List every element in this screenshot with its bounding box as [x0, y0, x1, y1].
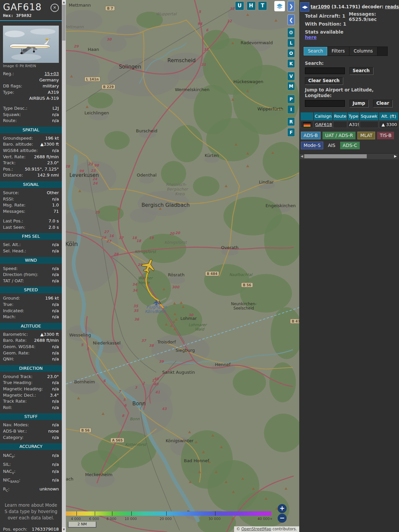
section-header: WIND — [0, 257, 62, 264]
callsign-cell[interactable]: GAF618 — [314, 121, 332, 128]
hotkey-button-k[interactable]: K — [288, 60, 295, 67]
map-button-h[interactable]: H — [247, 2, 255, 10]
column-header-flag[interactable] — [301, 112, 313, 120]
map-button-t[interactable]: T — [258, 2, 267, 10]
layers-button[interactable] — [274, 1, 285, 11]
sidebar-scrollbar[interactable] — [62, 0, 66, 532]
data-row: Type Desc.:L2J — [3, 105, 59, 112]
settings-button[interactable]: ⚙ — [288, 28, 295, 37]
search-input[interactable] — [305, 67, 345, 74]
scroll-left-icon[interactable]: ◀ — [301, 154, 303, 159]
stats-block: Total Aircraft: 1 With Position: 1 Stats… — [299, 9, 399, 43]
column-header-callsign[interactable]: Callsign — [314, 112, 332, 120]
hotkey-button-f[interactable]: F — [288, 128, 295, 136]
data-row: Geom. Rate:n/a — [3, 350, 59, 356]
close-icon[interactable]: ✕ — [51, 4, 59, 12]
column-header-altft[interactable]: Alt. (ft) — [379, 112, 398, 120]
scrollbar-down-icon[interactable]: ▼ — [62, 527, 66, 532]
data-row-value: n/a — [52, 422, 59, 428]
table-horizontal-scrollbar[interactable]: ◀ ▶ — [300, 153, 398, 159]
legend-modes[interactable]: Mode-S — [301, 142, 323, 149]
scrollbar-up-icon[interactable]: ▲ — [62, 0, 66, 5]
legend-ais[interactable]: AIS — [325, 142, 338, 149]
column-header-squawk[interactable]: Squawk — [360, 112, 378, 120]
jump-label: Jump to Airport or Latitude, Longitude: — [305, 87, 381, 98]
road-number: 25 — [95, 210, 100, 214]
data-row-label: Ground: — [3, 295, 20, 302]
data-row: Mach:n/a — [3, 314, 59, 320]
clear-search-button[interactable]: Clear Search — [305, 77, 343, 84]
data-row-value: n/a — [52, 314, 59, 320]
openstreetmap-link[interactable]: OpenStreetMap — [241, 527, 271, 531]
road-number: 98 — [94, 163, 99, 167]
registration-link[interactable]: 15+03 — [45, 71, 59, 77]
scroll-right-icon[interactable]: ▶ — [394, 154, 397, 159]
column-header-route[interactable]: Route — [333, 112, 347, 120]
section-header: DIRECTION — [0, 365, 62, 372]
data-row-value: n/a — [52, 468, 59, 477]
legend-adsb[interactable]: ADS-B — [301, 132, 321, 139]
data-row-label: Ground Track: — [3, 374, 33, 380]
panel-toggle-button[interactable]: ◀▶ — [300, 2, 309, 12]
collapse-panel-button[interactable]: ❮ — [288, 15, 295, 25]
column-header-type[interactable]: Type — [348, 112, 359, 120]
expand-panel-button[interactable]: ❯ — [288, 1, 295, 11]
data-row: Track Rate:n/a — [3, 398, 59, 405]
altitude-legend-label: 4 000 — [71, 517, 81, 521]
map-canvas[interactable]: B 7L 141nB 229B 484B 56B 47B 56A 565 563… — [66, 0, 299, 532]
road-number: 28 — [66, 164, 70, 168]
legend-adsc[interactable]: ADS-C — [340, 142, 360, 149]
road-number: 20 — [175, 231, 181, 235]
svg-text:L 141n: L 141n — [86, 77, 99, 81]
search-button[interactable]: Search — [349, 67, 373, 74]
road-number: 38 — [149, 343, 154, 347]
data-row: NICBARO:n/a — [3, 476, 59, 485]
callsign-link[interactable]: GAF618 — [315, 122, 332, 127]
legend-uat[interactable]: UAT / ADS-R — [323, 132, 356, 139]
road-number: 32 — [227, 19, 232, 23]
road-number: 17 — [119, 236, 124, 240]
data-row: Vert. Rate:2688 ft/min — [3, 154, 59, 160]
map-label: Bonn — [132, 401, 146, 407]
map-label: Sankt Augustin — [162, 370, 195, 375]
peak-icon — [188, 431, 191, 433]
hotkey-button-r[interactable]: R — [288, 118, 295, 126]
zoom-out-button[interactable]: − — [278, 514, 287, 523]
readsb-link[interactable]: readsb — [385, 4, 399, 9]
stats-here-link[interactable]: here — [305, 35, 317, 40]
data-row-label: Messages: — [3, 208, 25, 215]
svg-text:A 565: A 565 — [112, 439, 123, 442]
sidebar-scrollbar-thumb[interactable] — [62, 5, 66, 41]
legend-tisb[interactable]: TIS-B — [377, 132, 394, 139]
hotkey-button-v[interactable]: V — [288, 72, 295, 80]
jump-input[interactable] — [305, 100, 345, 107]
tar1090-link[interactable]: tar1090 — [311, 4, 330, 9]
map-button-u[interactable]: U — [235, 2, 244, 10]
svg-text:B 229: B 229 — [103, 85, 114, 89]
hotkey-button-l[interactable]: L — [288, 39, 295, 47]
data-row: Baro. Rate:2688 ft/min — [3, 337, 59, 344]
tab-columns[interactable]: Columns — [349, 47, 377, 56]
hotkey-button-p[interactable]: P — [288, 95, 295, 103]
data-row-label: Track: — [3, 160, 16, 166]
hotkey-button-i[interactable]: I — [288, 105, 295, 113]
data-row-value: Other — [47, 190, 59, 196]
altitude-cell: ▲ 3300 — [379, 121, 398, 128]
hscroll-thumb[interactable] — [304, 154, 367, 158]
map-label: Siegburg — [176, 348, 195, 353]
jump-button[interactable]: Jump — [349, 100, 368, 107]
data-row: Reg.:15+03 — [3, 71, 59, 77]
zoom-in-button[interactable]: + — [278, 504, 287, 513]
legend-mlat[interactable]: MLAT — [357, 132, 375, 139]
jump-clear-button[interactable]: Clear — [373, 100, 393, 107]
data-row-value: n/a — [52, 308, 59, 314]
data-row-label: Baro. altitude: — [3, 141, 33, 148]
hotkey-button-m[interactable]: M — [288, 82, 295, 90]
tab-search[interactable]: Search — [304, 47, 327, 56]
tab-filters[interactable]: Filters — [327, 47, 349, 56]
map-label: Overath — [221, 245, 239, 250]
road-number: 29 — [74, 44, 79, 48]
search-block: Search: Search Clear Search Jump to Airp… — [299, 56, 399, 107]
aircraft-table-row[interactable]: GAF618A319▲ 3300 — [301, 121, 399, 128]
hotkey-button-o[interactable]: O — [288, 49, 295, 57]
